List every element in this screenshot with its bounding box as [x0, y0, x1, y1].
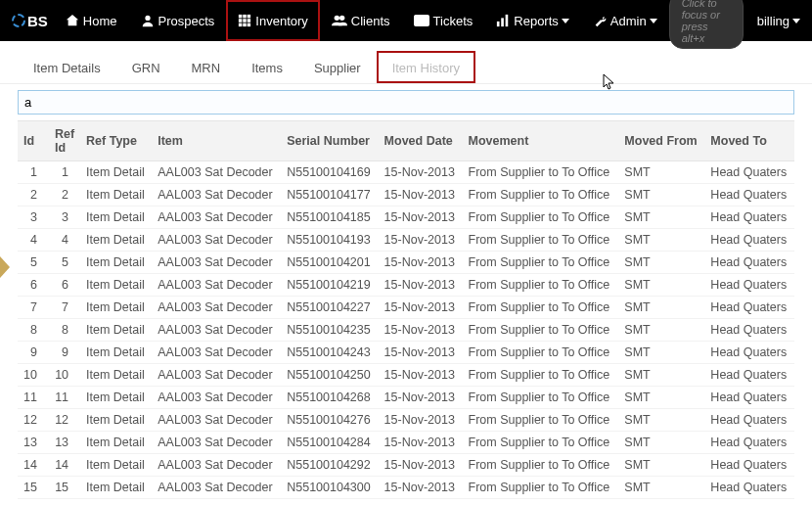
chevron-down-icon — [562, 19, 569, 23]
tab-grn[interactable]: GRN — [116, 51, 176, 83]
cell-moved_from: SMT — [618, 409, 704, 432]
col-id[interactable]: Id — [18, 121, 49, 161]
cell-movement: From Supplier to To Office — [463, 364, 619, 387]
table-row[interactable]: 99Item DetailAAL003 Sat DecoderN55100104… — [18, 342, 794, 364]
svg-rect-8 — [244, 23, 248, 27]
cell-moved_date: 15-Nov-2013 — [379, 387, 463, 409]
cell-moved_from: SMT — [618, 252, 704, 274]
cell-ref_type: Item Detail — [80, 207, 152, 229]
nav-inventory[interactable]: Inventory — [226, 0, 319, 41]
cell-ref_type: Item Detail — [80, 432, 152, 454]
table-row[interactable]: 1515Item DetailAAL003 Sat DecoderN551001… — [18, 477, 794, 499]
cell-moved_from: SMT — [618, 274, 704, 297]
cell-moved_to: Head Quaters — [704, 274, 794, 297]
tab-mrn[interactable]: MRN — [176, 51, 237, 83]
cell-moved_from: SMT — [618, 161, 704, 184]
tab-supplier[interactable]: Supplier — [298, 51, 377, 83]
user-menu[interactable]: billing — [757, 14, 800, 28]
table-row[interactable]: 66Item DetailAAL003 Sat DecoderN55100104… — [18, 274, 794, 297]
cell-id: 9 — [18, 342, 49, 364]
cell-moved_date: 15-Nov-2013 — [379, 161, 463, 184]
col-movement[interactable]: Movement — [463, 121, 619, 161]
user-icon — [141, 14, 155, 27]
cell-moved_date: 15-Nov-2013 — [379, 319, 463, 342]
cell-ref_id: 5 — [49, 252, 80, 274]
table-row[interactable]: 22Item DetailAAL003 Sat DecoderN55100104… — [18, 184, 794, 207]
cell-item: AAL003 Sat Decoder — [152, 274, 281, 297]
cell-serial: N55100104284 — [281, 432, 378, 454]
col-ref-type[interactable]: Ref Type — [80, 121, 152, 161]
table-row[interactable]: 1313Item DetailAAL003 Sat DecoderN551001… — [18, 432, 794, 454]
nav-admin[interactable]: Admin — [581, 0, 669, 41]
col-moved-to[interactable]: Moved To — [704, 121, 794, 161]
global-search[interactable]: Click to focus or press alt+x — [669, 0, 744, 49]
tab-items[interactable]: Items — [236, 51, 298, 83]
cell-moved_date: 15-Nov-2013 — [379, 274, 463, 297]
tab-item-history[interactable]: Item History — [377, 51, 475, 83]
nav-tickets[interactable]: Tickets — [402, 0, 485, 41]
logo-icon — [12, 14, 25, 27]
cell-moved_from: SMT — [618, 207, 704, 229]
ticket-icon — [414, 14, 429, 27]
cell-movement: From Supplier to To Office — [463, 432, 619, 454]
nav-prospects[interactable]: Prospects — [129, 0, 227, 41]
cell-moved_from: SMT — [618, 342, 704, 364]
tab-item-details[interactable]: Item Details — [18, 51, 116, 83]
table-row[interactable]: 33Item DetailAAL003 Sat DecoderN55100104… — [18, 207, 794, 229]
table-row[interactable]: 77Item DetailAAL003 Sat DecoderN55100104… — [18, 297, 794, 319]
cell-ref_type: Item Detail — [80, 274, 152, 297]
col-moved-date[interactable]: Moved Date — [379, 121, 463, 161]
cell-serial: N55100104243 — [281, 342, 378, 364]
svg-rect-2 — [244, 15, 248, 19]
svg-point-10 — [334, 16, 338, 21]
col-item[interactable]: Item — [152, 121, 281, 161]
cell-ref_id: 9 — [49, 342, 80, 364]
cell-movement: From Supplier to To Office — [463, 409, 619, 432]
col-ref-id[interactable]: Ref Id — [49, 121, 80, 161]
nav-reports-label: Reports — [514, 14, 559, 28]
cell-moved_from: SMT — [618, 364, 704, 387]
cell-item: AAL003 Sat Decoder — [152, 207, 281, 229]
svg-point-0 — [145, 16, 150, 21]
col-moved-from[interactable]: Moved From — [618, 121, 704, 161]
cell-serial: N55100104250 — [281, 364, 378, 387]
cell-serial: N55100104292 — [281, 454, 378, 477]
table-row[interactable]: 1212Item DetailAAL003 Sat DecoderN551001… — [18, 409, 794, 432]
cell-id: 15 — [18, 477, 49, 499]
cell-moved_from: SMT — [618, 432, 704, 454]
table-row[interactable]: 1010Item DetailAAL003 Sat DecoderN551001… — [18, 364, 794, 387]
cell-moved_to: Head Quaters — [704, 387, 794, 409]
table-row[interactable]: 1111Item DetailAAL003 Sat DecoderN551001… — [18, 387, 794, 409]
table-row[interactable]: 44Item DetailAAL003 Sat DecoderN55100104… — [18, 229, 794, 252]
filter-input[interactable] — [18, 90, 794, 115]
cell-moved_to: Head Quaters — [704, 319, 794, 342]
cell-item: AAL003 Sat Decoder — [152, 454, 281, 477]
table-row[interactable]: 55Item DetailAAL003 Sat DecoderN55100104… — [18, 252, 794, 274]
logo-text: BS — [27, 13, 48, 29]
cell-movement: From Supplier to To Office — [463, 252, 619, 274]
cell-moved_from: SMT — [618, 477, 704, 499]
cell-id: 10 — [18, 364, 49, 387]
cell-id: 2 — [18, 184, 49, 207]
table-row[interactable]: 11Item DetailAAL003 Sat DecoderN55100104… — [18, 161, 794, 184]
grid-icon — [238, 14, 251, 27]
nav-clients-label: Clients — [351, 14, 390, 28]
col-serial[interactable]: Serial Number — [281, 121, 378, 161]
cell-moved_to: Head Quaters — [704, 252, 794, 274]
cell-ref_id: 8 — [49, 319, 80, 342]
chevron-down-icon — [650, 19, 657, 23]
cell-item: AAL003 Sat Decoder — [152, 387, 281, 409]
table-row[interactable]: 1414Item DetailAAL003 Sat DecoderN551001… — [18, 454, 794, 477]
cell-serial: N55100104276 — [281, 409, 378, 432]
svg-rect-4 — [239, 19, 243, 23]
app-logo[interactable]: BS — [12, 13, 48, 29]
cell-ref_id: 1 — [49, 161, 80, 184]
cell-moved_date: 15-Nov-2013 — [379, 364, 463, 387]
cell-ref_id: 6 — [49, 274, 80, 297]
table-row[interactable]: 88Item DetailAAL003 Sat DecoderN55100104… — [18, 319, 794, 342]
nav-reports[interactable]: Reports — [484, 0, 581, 41]
cell-movement: From Supplier to To Office — [463, 297, 619, 319]
cell-moved_to: Head Quaters — [704, 297, 794, 319]
nav-clients[interactable]: Clients — [320, 0, 402, 41]
nav-home[interactable]: Home — [54, 0, 129, 41]
